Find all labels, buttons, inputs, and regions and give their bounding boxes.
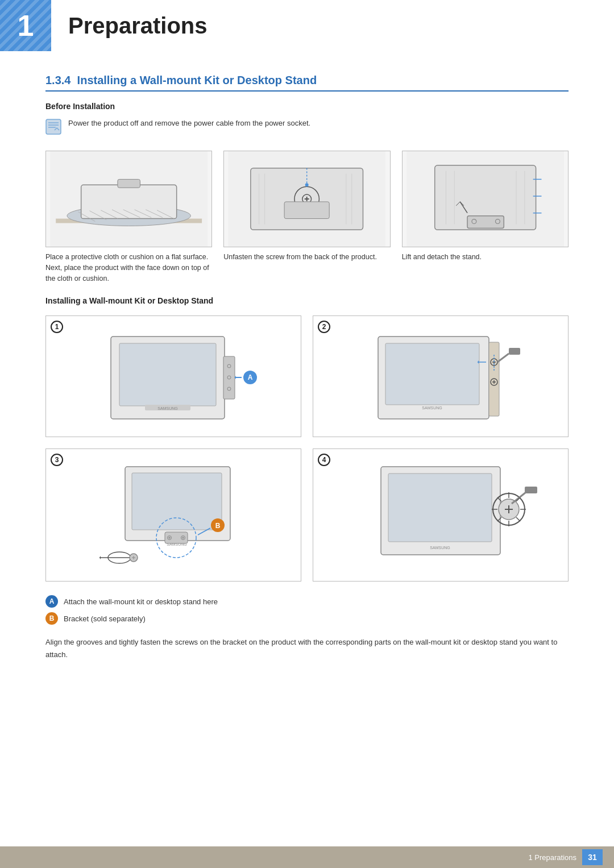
svg-rect-68 <box>509 348 520 355</box>
image-2-svg <box>224 151 389 247</box>
image-box-3: Lift and detach the stand. <box>402 151 569 284</box>
legend-badge-b: B <box>45 612 58 625</box>
step-4-svg: SAMSUNG <box>322 458 559 572</box>
before-installation-label: Before Installation <box>45 102 569 111</box>
step-3-svg: SAMSUNG B <box>55 458 292 572</box>
main-content: 1.3.4 Installing a Wall-mount Kit or Des… <box>0 51 614 695</box>
note-row: Power the product off and remove the pow… <box>45 118 569 135</box>
page-footer: 1 Preparations 31 <box>0 846 614 868</box>
svg-rect-73 <box>132 473 222 530</box>
svg-rect-58 <box>385 343 479 405</box>
svg-text:SAMSUNG: SAMSUNG <box>422 406 442 410</box>
image-3 <box>402 151 569 247</box>
before-install-images: Place a protective cloth or cushion on a… <box>45 151 569 284</box>
chapter-number: 1 <box>18 9 34 43</box>
image-box-2: Unfasten the screw from the back of the … <box>223 151 390 284</box>
page-header: 1 Preparations <box>0 0 614 51</box>
step-1-svg: SAMSUNG A <box>55 325 292 427</box>
image-caption-1: Place a protective cloth or cushion on a… <box>45 252 212 284</box>
step-box-3: 3 SAMSUNG B <box>45 448 301 582</box>
svg-rect-32 <box>467 216 504 229</box>
svg-rect-8 <box>118 179 140 188</box>
svg-text:SAMSUNG: SAMSUNG <box>430 546 450 550</box>
image-box-1: Place a protective cloth or cushion on a… <box>45 151 212 284</box>
svg-line-109 <box>516 517 520 521</box>
chapter-title-area: Preparations <box>51 0 614 51</box>
legend-list: A Attach the wall-mount kit or desktop s… <box>45 595 569 625</box>
legend-badge-a: A <box>45 595 58 608</box>
step-box-4: 4 SAMSUNG <box>313 448 569 582</box>
svg-text:B: B <box>215 522 221 530</box>
image-caption-2: Unfasten the screw from the back of the … <box>223 252 390 263</box>
svg-marker-89 <box>99 556 101 559</box>
svg-rect-46 <box>119 343 216 406</box>
body-text: Align the grooves and tightly fasten the… <box>45 636 569 661</box>
svg-text:A: A <box>248 373 253 381</box>
svg-rect-94 <box>388 474 492 542</box>
note-icon <box>45 119 61 135</box>
install-heading: Installing a Wall-mount Kit or Desktop S… <box>45 296 569 305</box>
image-1-svg <box>46 151 211 247</box>
image-1 <box>45 151 212 247</box>
image-2 <box>223 151 390 247</box>
legend-item-a: A Attach the wall-mount kit or desktop s… <box>45 595 569 608</box>
svg-point-24 <box>305 183 309 186</box>
step-2-svg: SAMSUNG <box>322 325 559 427</box>
footer-section-label: 1 Preparations <box>528 853 576 862</box>
svg-rect-105 <box>525 487 537 493</box>
note-text: Power the product off and remove the pow… <box>68 118 310 129</box>
image-3-svg <box>403 151 568 247</box>
image-caption-3: Lift and detach the stand. <box>402 252 569 263</box>
chapter-number-block: 1 <box>0 0 51 51</box>
svg-rect-25 <box>284 202 329 219</box>
footer-page-number: 31 <box>582 849 603 865</box>
step-box-1: 1 SAMSUNG A <box>45 315 301 437</box>
svg-rect-60 <box>489 342 499 416</box>
legend-item-b: B Bracket (sold separately) <box>45 612 569 625</box>
chapter-title: Preparations <box>68 13 208 39</box>
svg-rect-0 <box>46 119 61 134</box>
svg-text:SAMSUNG: SAMSUNG <box>157 406 177 410</box>
legend-text-b: Bracket (sold separately) <box>64 614 146 623</box>
legend-text-a: Attach the wall-mount kit or desktop sta… <box>64 597 218 606</box>
svg-rect-7 <box>81 185 177 218</box>
svg-rect-49 <box>223 356 235 399</box>
step-box-2: 2 SAMSUNG <box>313 315 569 437</box>
step-grid: 1 SAMSUNG A <box>45 315 569 582</box>
section-heading: 1.3.4 Installing a Wall-mount Kit or Des… <box>45 74 569 92</box>
